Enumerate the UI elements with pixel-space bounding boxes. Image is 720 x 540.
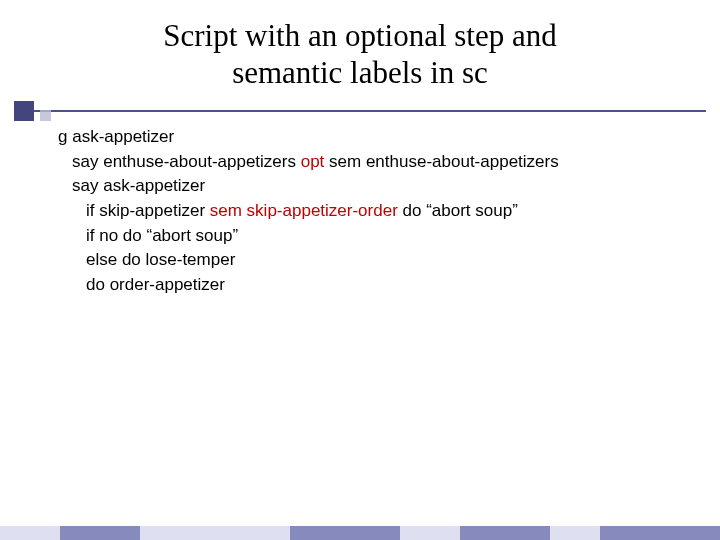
title-line-1: Script with an optional step and [163, 18, 556, 53]
text: sem enthuse-about-appetizers [324, 152, 558, 171]
script-line: else do lose-temper [58, 248, 700, 273]
rule-line [14, 110, 706, 112]
slide-title: Script with an optional step and semanti… [0, 0, 720, 91]
footer-seg [550, 526, 600, 540]
rule-square-small [40, 110, 51, 121]
text: if skip-appetizer [86, 201, 210, 220]
footer-seg [460, 526, 550, 540]
text: g ask-appetizer [58, 127, 174, 146]
script-line: say ask-appetizer [58, 174, 700, 199]
footer-seg [290, 526, 400, 540]
keyword-opt: opt [301, 152, 325, 171]
footer-seg [140, 526, 290, 540]
keyword-sem: sem skip-appetizer-order [210, 201, 398, 220]
text: say enthuse-about-appetizers [72, 152, 301, 171]
footer-seg [600, 526, 720, 540]
script-body: g ask-appetizer say enthuse-about-appeti… [0, 125, 720, 297]
text: else do lose-temper [86, 250, 235, 269]
text: do order-appetizer [86, 275, 225, 294]
text: do “abort soup” [398, 201, 518, 220]
footer-stripe [0, 526, 720, 540]
script-line: if skip-appetizer sem skip-appetizer-ord… [58, 199, 700, 224]
footer-seg [400, 526, 460, 540]
rule-square-large [14, 101, 34, 121]
text: if no do “abort soup” [86, 226, 238, 245]
script-line: say enthuse-about-appetizers opt sem ent… [58, 150, 700, 175]
script-line: if no do “abort soup” [58, 224, 700, 249]
script-line: g ask-appetizer [58, 125, 700, 150]
text: say ask-appetizer [72, 176, 205, 195]
footer-seg [60, 526, 140, 540]
footer-seg [0, 526, 60, 540]
title-line-2: semantic labels in sc [232, 55, 488, 90]
script-line: do order-appetizer [58, 273, 700, 298]
